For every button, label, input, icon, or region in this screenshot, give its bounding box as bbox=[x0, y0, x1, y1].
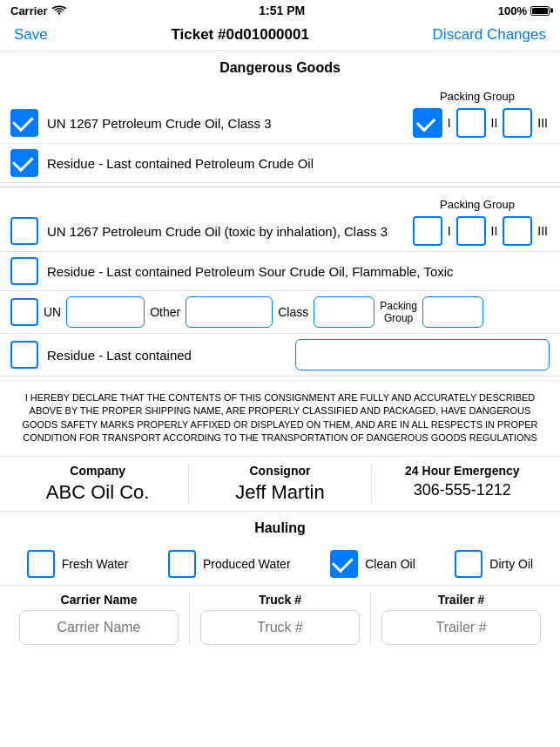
dangerous-goods-item-4: Residue - Last contained Petroleum Sour … bbox=[0, 252, 560, 291]
packing-sep-III: III bbox=[536, 116, 550, 130]
fields-divider-2 bbox=[370, 593, 371, 645]
residue-last-contained-row: Residue - Last contained bbox=[0, 334, 560, 377]
class-input[interactable] bbox=[314, 296, 374, 328]
section-divider-1 bbox=[0, 187, 560, 187]
packing-box-1-II[interactable] bbox=[456, 108, 486, 138]
packing-box-3-I[interactable] bbox=[413, 216, 442, 246]
dangerous-goods-section: Dangerous Goods Packing Group UN 1267 Pe… bbox=[0, 51, 560, 377]
un-input[interactable] bbox=[66, 296, 145, 328]
pg-input[interactable] bbox=[422, 296, 483, 328]
fresh-water-item: Fresh Water bbox=[27, 550, 129, 578]
checkbox-custom[interactable] bbox=[10, 298, 38, 326]
packing-box-1-I[interactable] bbox=[413, 108, 442, 138]
produced-water-label: Produced Water bbox=[203, 557, 291, 571]
company-col: Company ABC Oil Co. bbox=[10, 464, 185, 504]
truck-col: Truck # bbox=[192, 593, 368, 645]
packing-group-header-2: Packing Group bbox=[0, 191, 560, 211]
checkbox-produced-water[interactable] bbox=[168, 550, 196, 578]
carrier-label: Carrier Name bbox=[61, 593, 138, 607]
emergency-label: 24 Hour Emergency bbox=[405, 464, 520, 478]
checkbox-item-4[interactable] bbox=[10, 257, 38, 285]
packing-group-small-label: PackingGroup bbox=[380, 300, 417, 325]
hauling-title: Hauling bbox=[0, 512, 560, 543]
clean-oil-item: Clean Oil bbox=[330, 550, 415, 578]
packing-box-3-III[interactable] bbox=[503, 216, 532, 246]
battery-icon bbox=[530, 6, 550, 16]
residue-label: Residue - Last contained bbox=[47, 348, 287, 363]
packing-group-header-1: Packing Group bbox=[0, 83, 560, 103]
packing-sep-II: II bbox=[489, 116, 500, 130]
status-right: 100% bbox=[498, 4, 550, 17]
clean-oil-label: Clean Oil bbox=[365, 557, 415, 571]
carrier-col: Carrier Name bbox=[10, 593, 187, 645]
residue-input[interactable] bbox=[295, 339, 550, 370]
packing-box-1-III[interactable] bbox=[503, 108, 532, 138]
packing-box-3-II[interactable] bbox=[456, 216, 486, 246]
status-time: 1:51 PM bbox=[259, 3, 305, 17]
carrier-label: Carrier bbox=[10, 4, 48, 17]
packing-sep-I: I bbox=[446, 116, 453, 130]
hauling-row: Fresh Water Produced Water Clean Oil Dir… bbox=[0, 543, 560, 586]
consignor-col: Consignor Jeff Martin bbox=[192, 464, 367, 504]
packing-boxes-1: I II III bbox=[413, 108, 550, 138]
consignor-value: Jeff Martin bbox=[235, 481, 324, 504]
carrier-fields-row: Carrier Name Truck # Trailer # bbox=[0, 586, 560, 652]
fresh-water-label: Fresh Water bbox=[62, 557, 129, 571]
save-button[interactable]: Save bbox=[14, 26, 48, 44]
dangerous-goods-item-3: UN 1267 Petroleum Crude Oil (toxic by in… bbox=[0, 211, 560, 252]
packing-group-label-2: Packing Group bbox=[440, 198, 515, 211]
item-2-label: Residue - Last contained Petroleum Crude… bbox=[47, 156, 550, 171]
declaration-text: I HEREBY DECLARE THAT THE CONTENTS OF TH… bbox=[0, 380, 560, 457]
status-bar: Carrier 1:51 PM 100% bbox=[0, 0, 560, 21]
truck-label: Truck # bbox=[259, 593, 301, 607]
class-label: Class bbox=[278, 305, 308, 319]
fields-divider-1 bbox=[189, 593, 190, 645]
checkbox-item-1[interactable] bbox=[10, 109, 38, 137]
checkbox-item-3[interactable] bbox=[10, 217, 38, 245]
dirty-oil-label: Dirty Oil bbox=[489, 557, 533, 571]
info-divider-1 bbox=[188, 464, 189, 504]
dangerous-goods-title: Dangerous Goods bbox=[0, 51, 560, 83]
packing-group-label-1: Packing Group bbox=[440, 90, 515, 103]
emergency-value: 306-555-1212 bbox=[414, 481, 511, 499]
discard-button[interactable]: Discard Changes bbox=[433, 26, 546, 44]
checkbox-dirty-oil[interactable] bbox=[455, 550, 482, 578]
battery-percent: 100% bbox=[498, 4, 527, 17]
packing-sep-3-I: I bbox=[446, 224, 453, 238]
truck-input[interactable] bbox=[200, 610, 360, 645]
dangerous-goods-item-1: UN 1267 Petroleum Crude Oil, Class 3 I I… bbox=[0, 103, 560, 144]
checkbox-clean-oil[interactable] bbox=[330, 550, 358, 578]
packing-boxes-3: I II III bbox=[413, 216, 550, 246]
packing-sep-3-III: III bbox=[536, 224, 550, 238]
nav-bar: Save Ticket #0d01000001 Discard Changes bbox=[0, 21, 560, 51]
trailer-input[interactable] bbox=[381, 610, 541, 645]
consignor-label: Consignor bbox=[249, 464, 310, 478]
item-4-label: Residue - Last contained Petroleum Sour … bbox=[47, 264, 550, 279]
status-left: Carrier bbox=[10, 4, 66, 17]
item-3-label: UN 1267 Petroleum Crude Oil (toxic by in… bbox=[47, 224, 404, 239]
checkbox-residue[interactable] bbox=[10, 341, 38, 369]
other-label: Other bbox=[150, 305, 180, 319]
hauling-section: Hauling Fresh Water Produced Water Clean… bbox=[0, 512, 560, 586]
info-divider-2 bbox=[371, 464, 372, 504]
other-input[interactable] bbox=[186, 296, 273, 328]
wifi-icon bbox=[52, 5, 66, 16]
un-label: UN bbox=[44, 305, 61, 319]
dirty-oil-item: Dirty Oil bbox=[455, 550, 533, 578]
company-label: Company bbox=[70, 464, 125, 478]
company-value: ABC Oil Co. bbox=[46, 481, 150, 504]
item-1-label: UN 1267 Petroleum Crude Oil, Class 3 bbox=[47, 116, 404, 131]
carrier-input[interactable] bbox=[19, 610, 179, 645]
info-row: Company ABC Oil Co. Consignor Jeff Marti… bbox=[0, 457, 560, 512]
trailer-label: Trailer # bbox=[438, 593, 485, 607]
nav-title: Ticket #0d01000001 bbox=[171, 26, 308, 44]
checkbox-fresh-water[interactable] bbox=[27, 550, 55, 578]
trailer-col: Trailer # bbox=[373, 593, 550, 645]
packing-sep-3-II: II bbox=[489, 224, 500, 238]
produced-water-item: Produced Water bbox=[168, 550, 291, 578]
checkbox-item-2[interactable] bbox=[10, 149, 38, 177]
dangerous-goods-item-2: Residue - Last contained Petroleum Crude… bbox=[0, 144, 560, 183]
custom-un-row: UN Other Class PackingGroup bbox=[0, 291, 560, 334]
emergency-col: 24 Hour Emergency 306-555-1212 bbox=[375, 464, 550, 504]
